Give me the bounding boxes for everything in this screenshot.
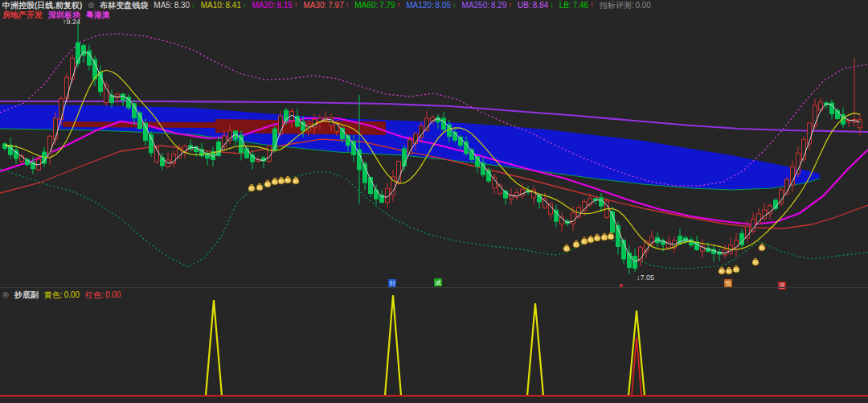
candlestick (166, 152, 170, 168)
candlestick (723, 245, 727, 258)
ma-readout: MA20:8.15↑ (252, 1, 298, 10)
candlestick (510, 188, 514, 205)
candlestick (515, 188, 519, 200)
sub-indicator-readouts: 黄色:0.00红色:0.00 (44, 290, 121, 299)
money-bag-icon (608, 232, 614, 240)
field-label: 黄色: (44, 290, 63, 299)
candlestick (14, 145, 18, 164)
candlestick (273, 125, 277, 152)
money-bag-icon (293, 177, 299, 184)
candlestick (763, 203, 767, 221)
candlestick (532, 186, 536, 205)
candlestick (391, 170, 395, 201)
stock-title: 中洲控股(日线,前复权) (2, 1, 82, 10)
sector-tag[interactable]: 粤港澳 (86, 10, 110, 19)
ma-readout: MA30:7.97↑ (303, 1, 349, 10)
sub-indicator-panel[interactable] (0, 288, 868, 397)
candlestick (673, 236, 677, 253)
candlestick (268, 145, 272, 163)
sub-indicator-field: 红色:0.00 (85, 290, 121, 299)
indicator-toggle-icon[interactable]: ◎ (88, 1, 94, 10)
ma-label: MA250: (462, 1, 489, 10)
money-bag-icon (264, 180, 271, 187)
money-bag-icon (594, 234, 600, 241)
candlestick (358, 95, 362, 204)
candlestick (628, 245, 632, 274)
money-bag-icon (248, 184, 255, 191)
candlestick (774, 198, 778, 211)
sub-indicator-field: 黄色:0.00 (44, 290, 80, 299)
sector-tags: 房地产开发深圳板块粤港澳 (2, 10, 110, 19)
candlestick (178, 143, 182, 158)
ma-readout: 指标评测:0.00 (600, 1, 651, 10)
candlestick (3, 142, 7, 151)
trend-arrow-icon: ↓ (243, 1, 247, 10)
candlestick (99, 65, 103, 97)
candlestick (121, 93, 125, 106)
ma-value: 8.15 (276, 1, 292, 10)
candlestick (785, 177, 789, 195)
candlestick (830, 100, 834, 120)
candlestick (853, 58, 857, 127)
candlestick (251, 150, 255, 170)
ma-value: 0.00 (635, 1, 650, 10)
candlestick (667, 235, 671, 249)
candlestick (735, 233, 739, 257)
candlestick (234, 130, 238, 146)
candlestick (493, 173, 497, 193)
candlestick (611, 207, 615, 236)
candlestick (65, 73, 69, 101)
candlestick (600, 193, 604, 212)
price-annotation: ↓7.05 (637, 273, 654, 282)
candlestick (127, 94, 131, 110)
candlestick (757, 208, 761, 224)
ma-label: MA120: (406, 1, 433, 10)
money-bag-icon (733, 265, 739, 273)
main-indicator-name: 布林变盘钱袋 (100, 1, 148, 10)
ma-readout: MA10:8.41↓ (201, 1, 247, 10)
ma-value: 7.79 (379, 1, 395, 10)
ma-label: MA60: (354, 1, 378, 10)
ma-label: MA30: (303, 1, 326, 10)
ma-value: 7.46 (573, 1, 588, 10)
yellow-signal-spike (385, 295, 401, 396)
signal-marker: 财 (388, 279, 396, 287)
ma-label: UB: (518, 1, 531, 10)
candlestick (639, 245, 643, 266)
candlestick (780, 187, 784, 207)
ma-readout: MA5:8.30↓ (154, 1, 194, 10)
ma-value: 8.30 (174, 1, 190, 10)
candlestick (189, 140, 193, 152)
yellow-signal-spike (206, 300, 222, 396)
trend-arrow-icon: ↓ (452, 1, 457, 10)
trend-arrow-icon: ↑ (590, 1, 594, 10)
field-value: 0.00 (64, 290, 80, 299)
svg-text:减: 减 (435, 279, 441, 286)
sector-tag[interactable]: 深圳板块 (48, 10, 80, 19)
candlestick (718, 249, 722, 261)
signal-marker (620, 284, 623, 287)
ma-readout: LB:7.46↑ (559, 1, 594, 10)
yellow-signal-spike (527, 303, 543, 396)
trend-arrow-icon: ↑ (294, 1, 298, 10)
money-bag-icon (278, 177, 285, 184)
candlestick (161, 153, 165, 171)
field-value: 0.00 (105, 290, 121, 299)
money-bag-icon (752, 258, 759, 265)
candlestick (521, 183, 525, 199)
ma-readout: MA250:8.29↑ (462, 1, 512, 10)
sector-tag[interactable]: 房地产开发 (2, 10, 43, 19)
candlestick (701, 240, 705, 258)
ma-label: MA20: (252, 1, 276, 10)
ma-readout: UB:8.84↓ (518, 1, 554, 10)
sub-indicator-header: ◎ 抄底副 黄色:0.00红色:0.00 (2, 290, 121, 299)
signal-marker: 减 (434, 278, 442, 286)
money-bag-icon (601, 233, 608, 241)
money-bag-icon (759, 244, 765, 251)
main-chart-canvas[interactable]: 财减预潜↑9.24↓7.05 (0, 0, 868, 403)
candlestick (791, 160, 795, 192)
ma-value: 8.84 (533, 1, 548, 10)
candlestick (88, 44, 92, 70)
money-bag-icon (256, 183, 263, 191)
indicator-toggle-icon[interactable]: ◎ (2, 290, 9, 299)
